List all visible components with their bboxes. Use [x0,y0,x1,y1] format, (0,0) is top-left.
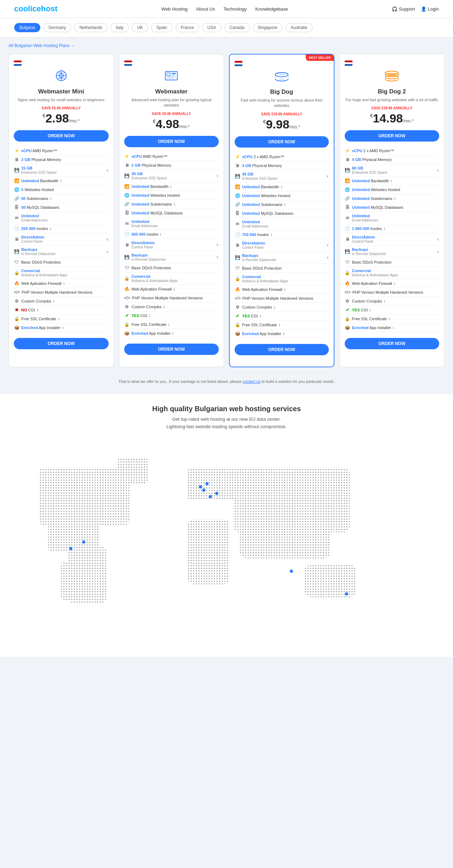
feature-backup-3: 💾Backupsin Remote Datacenter∨ [235,252,329,264]
price-row-1: €2.98/mo.* [14,111,109,125]
feature-ssl-2: 🔒Free SSL Certificate ℹ [124,320,219,329]
feature-app-2: 📦Enriched App Installer ℹ [124,329,219,338]
save-badge-3: SAVE €19.96 ANNUALLY [235,112,329,116]
feature-vcpu-3: ⚡vCPU 2 x AMD Ryzen™ [235,153,329,161]
svg-point-44 [290,570,293,573]
price-row-2: €4.98/mo.* [124,117,219,131]
logo[interactable]: coolicehost [14,4,57,13]
save-badge-1: SAVE €5.96 ANNUALLY [14,106,109,110]
feature-ssd-3: 💾45 GBEnterprise SSD Space∨ [235,170,329,183]
feature-app-4: 📦Enriched App Installer ℹ [345,323,440,332]
price-2: 4.98 [156,117,179,131]
feature-cron-3: ⚙Custom Cronjobs ℹ [235,303,329,312]
nav-web-hosting[interactable]: Web Hosting [161,6,188,12]
svg-rect-8 [172,73,176,74]
svg-rect-10 [167,76,176,77]
plan-name-1: Webmaster Mini [14,88,109,95]
feature-bandwidth-1: 📶Unlimited Bandwidth ℹ [14,177,109,185]
nav-about-us[interactable]: About Us [196,6,215,12]
feature-ddos-2: 🛡Basic DDoS Protection [124,264,219,272]
svg-point-38 [69,547,72,550]
support-link[interactable]: 🎧 Support [392,6,415,12]
order-btn-1[interactable]: ORDER NOW [14,130,109,142]
feature-memory-2: 🖥2 GB Physical Memory [124,161,219,170]
tab-australia[interactable]: Australia [285,23,312,32]
tab-spain[interactable]: Spain [151,23,173,32]
all-plans-link[interactable]: All Bulgarian Web Hosting Plans → [8,43,445,48]
order-btn-bottom-3[interactable]: ORDER NOW [235,344,329,355]
order-btn-bottom-2[interactable]: ORDER NOW [124,344,219,355]
plan-name-3: Big Dog [235,88,329,96]
order-btn-2[interactable]: ORDER NOW [124,136,219,147]
world-map [0,448,453,643]
order-btn-4[interactable]: ORDER NOW [345,130,440,142]
svg-rect-36 [19,448,434,643]
flag-bulgaria-2 [124,61,132,66]
period-3: /mo.* [289,124,300,130]
feature-inodes-2: 📄500 000 Inodes ℹ [124,230,219,239]
nav-knowledgebase[interactable]: Knowledgebase [255,6,288,12]
feature-email-4: ✉UnlimitedEmail Addresses [345,212,440,224]
tab-france[interactable]: France [176,23,199,32]
svg-point-43 [205,482,208,485]
feature-email-3: ✉UnlimitedEmail Addresses [235,218,329,230]
feature-cgi-4: ✔YES CGI ℹ [345,306,440,315]
feature-websites-4: 🌐Unlimited Websites Hosted [345,185,440,194]
tab-canada[interactable]: Canada [224,23,250,32]
feature-cgi-2: ✔YES CGI ℹ [124,311,219,320]
tab-singapore[interactable]: Singapore [253,23,283,32]
feature-ddos-4: 🛡Basic DDoS Protection [345,258,440,267]
feature-php-4: </>PHP Version Multiple Hardened Version… [345,288,440,297]
tab-uk[interactable]: UK [132,23,148,32]
price-4: 14.98 [373,111,403,125]
tab-italy[interactable]: Italy [110,23,129,32]
tab-netherlands[interactable]: Netherlands [74,23,108,32]
plan-webmaster: Webmaster Advanced web hosting plan for … [119,54,224,367]
feature-mysql-3: 🗄Unlimited MySQL Databases [235,209,329,218]
contact-us-link[interactable]: contact us [243,379,260,384]
tab-bulgaria[interactable]: Bulgaria [14,23,40,32]
plan-big-dog-2: Big Dog 2 For huge and fast growing webs… [339,54,445,367]
order-btn-bottom-1[interactable]: ORDER NOW [14,338,109,349]
order-btn-bottom-4[interactable]: ORDER NOW [345,338,440,349]
quality-section: High quality Bulgarian web hosting servi… [0,394,453,441]
feature-app-1: 📦Enriched App Installer ℹ [14,323,109,332]
feature-inodes-1: 📄250 000 Inodes ℹ [14,224,109,233]
feature-inodes-3: 📄750 000 Inodes ℹ [235,230,329,239]
flag-bulgaria-3 [235,61,242,66]
nav-technology[interactable]: Technology [224,6,247,12]
country-tabs: Bulgaria Germany Netherlands Italy UK Sp… [0,18,453,38]
feature-mysql-4: 🗄Unlimited MySQL Databases [345,203,440,212]
plan-desc-3: Fast web hosting for anyone serious abou… [235,98,329,109]
svg-rect-11 [167,78,174,79]
feature-antivirus-2: 🔒ComercialAntivirus & Antimalware Apps [124,272,219,285]
feature-subdomains-4: 🔗Unlimited Subdomains ℹ [345,194,440,203]
period-2: /mo.* [179,124,190,129]
tab-germany[interactable]: Germany [43,23,71,32]
feature-websites-1: 🌐5 Websites Hosted [14,185,109,194]
login-link[interactable]: 👤 Login [421,6,439,12]
footer-note: That is what we offer to you...If your p… [0,379,453,384]
plan-webmaster-mini: Webmaster Mini Nginx web hosting for sma… [8,54,114,367]
header-right: 🎧 Support 👤 Login [392,6,439,12]
feature-ssd-4: 💾60 GBEnterprise SSD Space∨ [345,164,440,177]
feature-mysql-1: 🗄50 MySQL Databases [14,203,109,212]
plan-icon-3 [235,69,329,86]
flag-bulgaria-4 [345,61,352,66]
quality-desc: Get top-rated web hosting at our new EU … [14,416,439,431]
plan-name-4: Big Dog 2 [345,88,440,95]
feature-ssd-2: 💾30 GBEnterprise SSD Space∨ [124,170,219,182]
feature-backup-2: 💾Backupsin Remote Datacenter∨ [124,251,219,264]
feature-app-3: 📦Enriched App Installer ℹ [235,329,329,338]
feature-subdomains-2: 🔗Unlimited Subdomains ℹ [124,200,219,209]
feature-waf-2: 🔥Web Aplication Firewall ℹ [124,285,219,294]
feature-cp-3: 🖥DirectAdminControl Panel∨ [235,239,329,252]
tab-usa[interactable]: USA [202,23,222,32]
svg-point-41 [215,492,218,495]
svg-rect-9 [172,75,175,75]
feature-ssd-1: 💾15 GBEnterprise SSD Space∨ [14,164,109,177]
save-badge-4: SAVE €29.96 ANNUALLY [345,106,440,110]
order-btn-3[interactable]: ORDER NOW [235,136,329,148]
feature-memory-1: 🖥2 GB Physical Memory [14,155,109,164]
feature-backup-1: 💾Backupsin Remote Datacenter∨ [14,246,109,258]
